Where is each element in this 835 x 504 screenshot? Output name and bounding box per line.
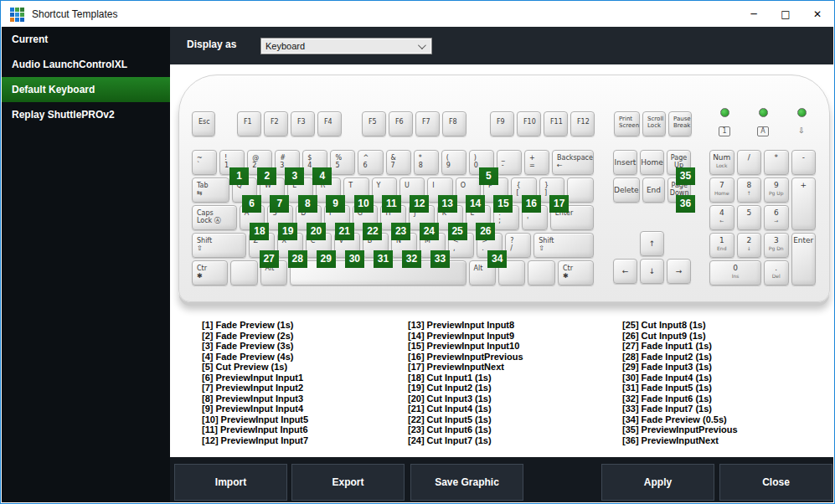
- key-blank[interactable]: *: [764, 150, 789, 175]
- key-num-lock[interactable]: NumLock: [709, 150, 734, 175]
- key-blank[interactable]: &7: [386, 150, 411, 175]
- key-f7[interactable]: F7: [415, 111, 440, 136]
- key-blank[interactable]: #33: [275, 150, 300, 175]
- minimize-button[interactable]: ─: [738, 2, 770, 27]
- apply-button[interactable]: Apply: [601, 464, 714, 501]
- key-sublabel: ↑: [738, 189, 761, 197]
- key-t[interactable]: T10: [343, 177, 369, 203]
- key-numpad-enter[interactable]: Enter: [791, 233, 817, 285]
- close-button[interactable]: Close: [719, 464, 832, 501]
- key-pause[interactable]: PauseBreak: [668, 111, 692, 136]
- key-f1[interactable]: F1: [237, 111, 261, 136]
- key-blank[interactable]: @22: [247, 150, 272, 175]
- key-blank[interactable]: -: [791, 150, 817, 175]
- key-left-shift[interactable]: Shift⇧: [192, 233, 246, 258]
- key-sublabel: Pg Dn: [765, 244, 788, 252]
- export-button[interactable]: Export: [291, 464, 405, 501]
- key-label: Insert: [615, 159, 637, 167]
- key-right-ctrl[interactable]: Ctr✱: [558, 260, 594, 285]
- key-u[interactable]: U12: [399, 177, 425, 203]
- key-blank[interactable]: $44: [302, 150, 327, 175]
- key-f6[interactable]: F6: [389, 111, 413, 136]
- key-blank[interactable]: .Del: [764, 260, 789, 285]
- key-7[interactable]: 7Home: [709, 177, 734, 203]
- legend-item: [13] PreviewInput Input8: [408, 320, 609, 331]
- key-f11[interactable]: F11: [544, 111, 568, 136]
- key-arrow-left[interactable]: ←: [613, 259, 637, 284]
- key-blank[interactable]: _-: [497, 150, 522, 175]
- key-3[interactable]: 3Pg Dn: [764, 233, 789, 258]
- sidebar-item-default-keyboard[interactable]: Default Keyboard: [2, 77, 170, 102]
- shortcut-badge-36: 36: [676, 195, 695, 213]
- key-f10[interactable]: F10: [517, 111, 541, 136]
- key-y[interactable]: Y11: [372, 177, 397, 203]
- maximize-button[interactable]: □: [770, 2, 801, 27]
- key-0[interactable]: 0Ins: [709, 260, 761, 285]
- key-f2[interactable]: F2: [264, 111, 288, 136]
- key-blank[interactable]: [230, 260, 257, 285]
- key-blank[interactable]: (9: [441, 150, 466, 175]
- key-blank[interactable]: [528, 260, 554, 285]
- key-f9[interactable]: F9: [490, 111, 514, 136]
- key-4[interactable]: 4←: [709, 205, 734, 230]
- key-esc[interactable]: Esc: [192, 111, 215, 136]
- key-row: InsertHomePageUp35: [613, 150, 693, 175]
- key-blank[interactable]: *8: [414, 150, 439, 175]
- key-arrow-down[interactable]: ↓: [640, 259, 664, 284]
- key-delete[interactable]: Delete: [613, 177, 640, 203]
- key-right-shift[interactable]: Shift⇧: [533, 233, 594, 258]
- key-blank[interactable]: %5: [330, 150, 355, 175]
- key-row: Tab⇆Q6W7E8R9T10Y11U12I13O14P15{[16}]17: [192, 177, 596, 203]
- key-label: 6: [765, 206, 788, 217]
- key-1[interactable]: 1End: [709, 233, 734, 258]
- key-print[interactable]: PrintScreen: [614, 111, 640, 136]
- close-button[interactable]: ✕: [801, 2, 833, 27]
- key-insert[interactable]: Insert: [613, 150, 637, 175]
- key-backspace[interactable]: Backspace←: [552, 150, 594, 175]
- sidebar-item-current[interactable]: Current: [2, 27, 170, 52]
- save-graphic-button[interactable]: Save Graphic: [410, 464, 523, 501]
- key-5[interactable]: 5: [737, 205, 762, 230]
- key-blank[interactable]: ^6: [358, 150, 383, 175]
- key-blank[interactable]: +=: [524, 150, 549, 175]
- key-9[interactable]: 9Pg Up: [764, 177, 789, 203]
- key-end[interactable]: End: [642, 177, 666, 203]
- key-o[interactable]: O14: [456, 177, 481, 203]
- key-blank[interactable]: ?/: [505, 233, 531, 258]
- key-left-ctrl[interactable]: Ctr✱: [192, 260, 228, 285]
- key-blank[interactable]: )05: [469, 150, 494, 175]
- display-as-select[interactable]: Keyboard: [260, 38, 432, 54]
- key-blank[interactable]: !11: [219, 150, 245, 175]
- key-blank[interactable]: +: [791, 177, 817, 230]
- scrolllock-led: ⇩: [792, 108, 811, 136]
- key-f5[interactable]: F5: [362, 111, 386, 136]
- key-caps-lock[interactable]: CapsLock Ⓐ: [192, 205, 237, 230]
- key-scroll[interactable]: ScrollLock: [642, 111, 666, 136]
- shortcut-badge-20: 20: [307, 223, 326, 240]
- key-blank[interactable]: {[16: [511, 177, 536, 203]
- key-blank[interactable]: /: [737, 150, 762, 175]
- key-tab[interactable]: Tab⇆: [192, 177, 229, 203]
- sidebar-item-audio-launchcontrolxl[interactable]: Audio LaunchControlXL: [2, 52, 170, 77]
- key-label: Print: [615, 112, 639, 122]
- key-6[interactable]: 6→: [764, 205, 789, 230]
- key-arrow-right[interactable]: →: [667, 259, 691, 284]
- key-sublabel: 8: [415, 162, 438, 169]
- key-f3[interactable]: F3: [291, 111, 315, 136]
- key-8[interactable]: 8↑: [737, 177, 762, 203]
- import-button[interactable]: Import: [174, 464, 287, 501]
- key-f8[interactable]: F8: [442, 111, 466, 136]
- key-2[interactable]: 2↓: [737, 233, 762, 258]
- sidebar-item-replay-shuttleprov2[interactable]: Replay ShuttlePROv2: [2, 102, 170, 127]
- key-i[interactable]: I13: [427, 177, 452, 203]
- key-blank[interactable]: ~`: [192, 150, 217, 175]
- shortcut-badge-30: 30: [345, 250, 364, 268]
- key-blank[interactable]: }]17: [539, 177, 564, 203]
- key-row: Ctr✱AltAltCtr✱: [192, 260, 596, 285]
- key-arrow-up[interactable]: ↑: [640, 231, 664, 256]
- key-home[interactable]: Home: [640, 150, 664, 175]
- key-f12[interactable]: F12: [570, 111, 595, 136]
- key-enter-top[interactable]: [567, 177, 594, 203]
- key-f4[interactable]: F4: [317, 111, 342, 136]
- key-page-up[interactable]: PageUp35: [667, 150, 691, 175]
